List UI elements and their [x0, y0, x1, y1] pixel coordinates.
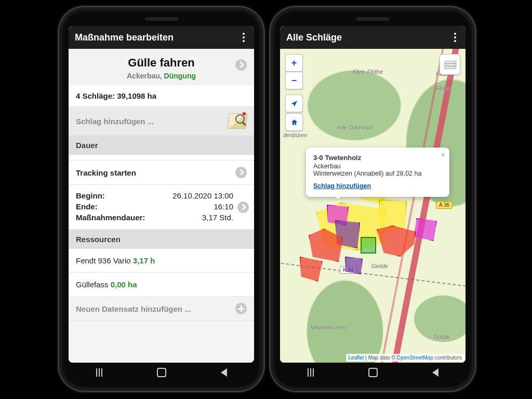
home-button[interactable]: [368, 368, 378, 380]
fields-summary-text: 4 Schläge: 39,1098 ha: [76, 91, 156, 100]
popup-line2: Winterweizen (Annabell) auf 28,02 ha: [313, 170, 442, 177]
spacer: [69, 155, 254, 161]
app-bar-title-right: Alle Schläge: [286, 32, 342, 43]
phone-frame-left: Maßnahme bearbeiten Gülle fahren Ackerba…: [61, 9, 261, 389]
end-key: Ende:: [76, 202, 98, 211]
field-polygon-purple-2[interactable]: [345, 257, 363, 274]
chevron-right-icon[interactable]: [235, 167, 247, 178]
phone-frame-right: Alle Schläge Klein Flöthe Flöthe Flöthe …: [273, 9, 473, 389]
android-nav-bar: [69, 365, 254, 382]
road-badge-a36: A 36: [436, 201, 453, 209]
add-field-row[interactable]: Schlag hinzufügen ...: [69, 107, 254, 136]
measure-categories: Ackerbau, Düngung: [74, 72, 249, 80]
chevron-right-icon[interactable]: [235, 59, 247, 71]
section-duration: Dauer: [69, 136, 254, 155]
begin-key: Beginn:: [76, 191, 105, 200]
add-record-label: Neuen Datensatz hinzufügen ...: [76, 304, 191, 313]
map-label-flothe-2: Flöthe: [436, 85, 452, 91]
overflow-menu-icon[interactable]: [451, 30, 459, 45]
add-field-label: Schlag hinzufügen ...: [76, 117, 154, 126]
resource-2-value: 0,00 ha: [111, 280, 137, 289]
android-nav-bar: [280, 365, 466, 382]
app-bar-title-left: Maßnahme bearbeiten: [75, 32, 174, 43]
map-label-oderwald: nde Oderwald: [337, 124, 373, 130]
map-label-neuenkirchen: Neuenkirchen: [310, 324, 345, 330]
back-button[interactable]: [432, 368, 438, 379]
map-label-denburen: denbüren: [283, 132, 308, 138]
map-label-klein-flothe: Klein Flöthe: [353, 69, 383, 75]
resource-2-name: Güllefass: [76, 280, 109, 289]
app-bar-left: Maßnahme bearbeiten: [69, 26, 254, 49]
home-extent-button[interactable]: [285, 113, 303, 131]
popup-title: 3-0 Twetenholz: [313, 154, 442, 162]
measure-title: Gülle fahren: [74, 56, 249, 70]
tracking-row[interactable]: Tracking starten: [69, 161, 254, 185]
popup-line1: Ackerbau: [313, 163, 442, 170]
layers-icon: [445, 60, 455, 69]
back-button[interactable]: [221, 368, 227, 379]
chevron-right-icon[interactable]: [237, 202, 249, 213]
resource-row-2[interactable]: Güllefass 0,00 ha: [69, 273, 254, 297]
begin-value: 26.10.2020 13:00: [172, 191, 233, 200]
overflow-menu-icon[interactable]: [240, 30, 248, 45]
plus-icon[interactable]: [235, 303, 247, 314]
end-value: 16:10: [214, 202, 233, 211]
measure-editor-body: Gülle fahren Ackerbau, Düngung 4 Schläge…: [69, 49, 254, 363]
map-label-gielde: Gielde: [371, 263, 388, 269]
layers-button[interactable]: [440, 54, 460, 75]
duration-key: Maßnahmendauer:: [76, 213, 145, 222]
measure-header[interactable]: Gülle fahren Ackerbau, Düngung: [69, 49, 254, 85]
screen-right: Alle Schläge Klein Flöthe Flöthe Flöthe …: [280, 26, 466, 363]
duration-value: 3,17 Std.: [202, 213, 233, 222]
locate-button[interactable]: [285, 95, 303, 112]
zoom-out-button[interactable]: −: [285, 72, 303, 89]
map-view[interactable]: Klein Flöthe Flöthe Flöthe nde Oderwald …: [280, 49, 466, 363]
time-block[interactable]: Beginn: 26.10.2020 13:00 Ende: 16:10 Maß…: [69, 185, 254, 230]
resource-1-value: 3,17 h: [133, 256, 155, 265]
field-polygon-green[interactable]: [361, 237, 376, 254]
close-icon[interactable]: ×: [441, 151, 445, 159]
resource-row-1[interactable]: Fendt 936 Vario 3,17 h: [69, 249, 254, 273]
popup-add-link[interactable]: Schlag hinzufügen: [313, 182, 442, 190]
recents-button[interactable]: [96, 368, 102, 379]
home-button[interactable]: [157, 368, 166, 380]
recents-button[interactable]: [308, 368, 314, 379]
map-label-goslar: Goslar: [433, 334, 450, 340]
resource-1-name: Fendt 936 Vario: [76, 256, 131, 265]
osm-link[interactable]: OpenStreetMap: [396, 355, 433, 361]
fields-summary-row[interactable]: 4 Schläge: 39,1098 ha: [69, 85, 254, 107]
tracking-label: Tracking starten: [76, 168, 136, 177]
leaflet-link[interactable]: Leaflet: [349, 355, 364, 361]
section-resources: Ressourcen: [69, 230, 254, 249]
add-record-row[interactable]: Neuen Datensatz hinzufügen ...: [69, 297, 254, 321]
map-attribution: Leaflet | Map data © OpenStreetMap contr…: [346, 354, 464, 362]
screen-left: Maßnahme bearbeiten Gülle fahren Ackerba…: [69, 26, 254, 363]
zoom-in-button[interactable]: +: [285, 54, 303, 72]
map-popup: × 3-0 Twetenholz Ackerbau Winterweizen (…: [306, 148, 449, 197]
app-bar-right: Alle Schläge: [280, 26, 466, 49]
map-search-icon: [228, 113, 247, 129]
